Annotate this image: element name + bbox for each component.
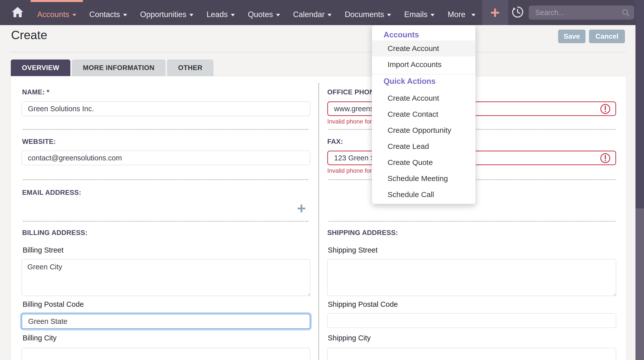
- nav-item-label: Accounts: [37, 10, 69, 19]
- menu-item-import-accounts[interactable]: Import Accounts: [372, 56, 475, 73]
- chevron-down-icon: [231, 14, 235, 16]
- global-search: [529, 6, 634, 20]
- chevron-down-icon: [471, 14, 475, 16]
- row-separator: [23, 221, 308, 222]
- nav-item-label: Leads: [206, 10, 228, 19]
- tab-overview[interactable]: OVERVIEW: [11, 59, 70, 76]
- tab-other[interactable]: OTHER: [167, 59, 213, 76]
- tab-bar: OVERVIEW MORE INFORMATION OTHER: [11, 59, 213, 76]
- menu-item-qa-create-opportunity[interactable]: Create Opportunity: [372, 122, 475, 138]
- menu-section-accounts: Accounts: [372, 29, 475, 40]
- name-label: NAME: *: [22, 88, 49, 96]
- website-label: WEBSITE:: [22, 138, 56, 146]
- error-icon: [600, 153, 611, 164]
- plus-icon: +: [490, 5, 500, 21]
- menu-item-qa-create-lead[interactable]: Create Lead: [372, 138, 475, 154]
- chevron-down-icon: [328, 14, 332, 16]
- nav-item-label: More: [448, 10, 465, 19]
- menu-section-quick-actions: Quick Actions: [372, 76, 475, 87]
- save-button[interactable]: Save: [558, 30, 585, 43]
- error-icon: [600, 103, 611, 114]
- history-icon: [511, 5, 524, 20]
- menu-divider: [372, 74, 475, 74]
- billing-street-textarea[interactable]: Green City: [22, 259, 310, 296]
- chevron-down-icon: [72, 14, 76, 16]
- row-separator: [23, 129, 308, 130]
- nav-item-quotes[interactable]: Quotes: [241, 0, 287, 25]
- nav-item-label: Opportunities: [140, 10, 186, 19]
- row-separator: [329, 221, 616, 222]
- navbar-right-group: +: [482, 0, 644, 25]
- search-icon[interactable]: [622, 9, 630, 18]
- shipping-postal-code-input[interactable]: [327, 313, 616, 328]
- nav-item-leads[interactable]: Leads: [200, 0, 241, 25]
- column-divider: [318, 83, 319, 360]
- tab-more-information[interactable]: MORE INFORMATION: [72, 59, 166, 76]
- billing-address-label: BILLING ADDRESS:: [22, 229, 87, 237]
- nav-item-label: Calendar: [293, 10, 325, 19]
- billing-street-label: Billing Street: [23, 246, 64, 254]
- name-input[interactable]: [22, 101, 310, 116]
- search-input[interactable]: [529, 6, 634, 20]
- header-divider: [10, 52, 626, 52]
- home-icon: [11, 6, 24, 20]
- shipping-city-label: Shipping City: [328, 334, 371, 342]
- scrollbar-thumb[interactable]: [635, 0, 644, 208]
- billing-postal-code-label: Billing Postal Code: [23, 300, 84, 309]
- nav-item-calendar[interactable]: Calendar: [287, 0, 338, 25]
- row-separator: [23, 179, 308, 180]
- menu-item-qa-schedule-meeting[interactable]: Schedule Meeting: [372, 170, 475, 187]
- chevron-down-icon: [189, 14, 193, 16]
- nav-item-opportunities[interactable]: Opportunities: [134, 0, 200, 25]
- home-button[interactable]: [0, 0, 31, 25]
- app-window: Accounts Contacts Opportunities Leads Qu…: [0, 0, 644, 360]
- recently-viewed-button[interactable]: [508, 0, 527, 25]
- fax-label: FAX:: [327, 138, 343, 146]
- billing-postal-code-input[interactable]: [22, 314, 310, 329]
- nav-item-label: Documents: [345, 10, 384, 19]
- quick-create-button[interactable]: +: [482, 0, 508, 25]
- add-email-button[interactable]: +: [293, 200, 309, 216]
- shipping-street-textarea[interactable]: [327, 259, 616, 296]
- menu-item-qa-schedule-call[interactable]: Schedule Call: [372, 187, 475, 203]
- nav-item-label: Emails: [404, 10, 427, 19]
- nav-item-documents[interactable]: Documents: [338, 0, 398, 25]
- billing-city-input[interactable]: [22, 348, 310, 360]
- shipping-address-label: SHIPPING ADDRESS:: [327, 229, 398, 237]
- chevron-down-icon: [431, 14, 435, 16]
- nav-item-label: Quotes: [248, 10, 273, 19]
- nav-item-contacts[interactable]: Contacts: [83, 0, 134, 25]
- quick-create-menu: Accounts Create Account Import Accounts …: [372, 25, 476, 204]
- nav-item-label: Contacts: [89, 10, 120, 19]
- nav-item-accounts[interactable]: Accounts: [31, 0, 83, 25]
- menu-item-create-account[interactable]: Create Account: [372, 40, 475, 56]
- shipping-postal-code-label: Shipping Postal Code: [328, 300, 398, 309]
- menu-item-qa-create-quote[interactable]: Create Quote: [372, 154, 475, 170]
- nav-item-more[interactable]: More: [441, 0, 482, 25]
- cancel-button[interactable]: Cancel: [589, 30, 625, 43]
- chevron-down-icon: [123, 14, 127, 16]
- chevron-down-icon: [387, 14, 391, 16]
- page-title: Create: [11, 28, 47, 42]
- page-scrollbar[interactable]: [635, 0, 644, 360]
- top-navbar: Accounts Contacts Opportunities Leads Qu…: [0, 0, 644, 25]
- billing-city-label: Billing City: [23, 334, 57, 342]
- email-address-label: EMAIL ADDRESS:: [22, 189, 81, 197]
- menu-item-qa-create-contact[interactable]: Create Contact: [372, 106, 475, 122]
- nav-item-emails[interactable]: Emails: [398, 0, 441, 25]
- website-input[interactable]: [22, 151, 310, 165]
- menu-item-qa-create-account[interactable]: Create Account: [372, 90, 475, 106]
- shipping-city-input[interactable]: [327, 348, 616, 360]
- chevron-down-icon: [276, 14, 280, 16]
- shipping-street-label: Shipping Street: [328, 246, 378, 254]
